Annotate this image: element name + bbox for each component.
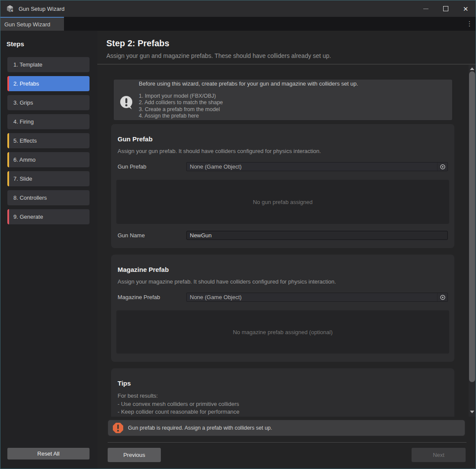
scroll-down-button[interactable]	[469, 409, 476, 415]
magazine-preview-placeholder: No magazine prefab assigned (optional)	[233, 329, 333, 335]
reset-all-button[interactable]: Reset All	[7, 448, 89, 459]
info-step: 2. Add colliders to match the shape	[139, 99, 447, 106]
sidebar-item-controllers[interactable]: 8. Controllers	[7, 190, 89, 205]
info-step: 3. Create a prefab from the model	[139, 106, 447, 113]
scroll-area: Before using this wizard, create prefabs…	[97, 65, 468, 417]
object-field-value: None (Game Object)	[190, 163, 437, 170]
gun-prefab-preview: No gun prefab assigned	[116, 180, 449, 224]
gun-prefab-field-label: Gun Prefab	[118, 163, 186, 170]
tips-card: Tips For best results: - Use convex mesh…	[111, 368, 454, 417]
tab-label: Gun Setup Wizard	[4, 21, 50, 28]
step-label: 5. Effects	[13, 137, 37, 144]
gun-prefab-card: Gun Prefab Assign your gun prefab. It sh…	[111, 124, 454, 248]
footer-divider	[108, 442, 466, 443]
minimize-button[interactable]	[416, 0, 436, 17]
gun-prefab-field-row: Gun Prefab None (Game Object)	[118, 162, 448, 171]
tip-line: - Use convex mesh colliders or primitive…	[118, 400, 448, 408]
main-content: Step 2: Prefabs Assign your gun and maga…	[97, 31, 476, 469]
gun-card-title: Gun Prefab	[118, 135, 448, 143]
magazine-prefab-card: Magazine Prefab Assign your magazine pre…	[111, 255, 454, 362]
validation-warning-bar: Gun prefab is required. Assign a prefab …	[108, 420, 465, 436]
close-button[interactable]: ✕	[456, 0, 476, 17]
step-label: 6. Ammo	[13, 156, 35, 163]
sidebar-item-template[interactable]: 1. Template	[7, 57, 89, 72]
magazine-card-description: Assign your magazine prefab. It should h…	[118, 278, 448, 285]
info-intro: Before using this wizard, create prefabs…	[139, 80, 447, 87]
window-controls: ✕	[416, 0, 476, 17]
tip-line: - Keep collider count reasonable for per…	[118, 408, 448, 416]
arrow-down-icon	[470, 411, 474, 413]
gun-prefab-object-field[interactable]: None (Game Object)	[186, 162, 448, 171]
tip-line: For best results:	[118, 392, 448, 400]
steps-sidebar: Steps 1. Template 2. Prefabs 3. Grips 4.…	[0, 31, 97, 469]
gun-name-label: Gun Name	[118, 232, 186, 239]
minimize-icon	[423, 9, 428, 9]
step-header: Step 2: Prefabs Assign your gun and maga…	[97, 31, 476, 64]
sidebar-item-slide[interactable]: 7. Slide	[7, 171, 89, 186]
close-icon: ✕	[463, 6, 469, 12]
tab-bar: Gun Setup Wizard ⋮	[0, 17, 476, 31]
arrow-up-icon	[470, 67, 474, 70]
previous-button[interactable]: Previous	[108, 448, 161, 462]
step-label: 1. Template	[13, 61, 42, 68]
window-titlebar: 6 Gun Setup Wizard ✕	[0, 0, 476, 17]
magazine-prefab-preview: No magazine prefab assigned (optional)	[116, 310, 449, 354]
gun-preview-placeholder: No gun prefab assigned	[253, 199, 313, 205]
gun-name-input[interactable]	[186, 231, 448, 240]
warning-octagon-icon	[112, 422, 124, 434]
scrollbar-thumb[interactable]	[469, 71, 475, 382]
info-step: 4. Assign the prefab here	[139, 113, 447, 120]
tip-line: - Ensure the gun's forward direction (Z+…	[118, 416, 448, 417]
sidebar-item-prefabs[interactable]: 2. Prefabs	[7, 76, 89, 91]
object-picker-button[interactable]	[437, 293, 447, 301]
step-label: 4. Firing	[13, 118, 34, 125]
svg-text:6: 6	[11, 9, 13, 13]
warning-message: Gun prefab is required. Assign a prefab …	[128, 425, 272, 431]
object-picker-button[interactable]	[437, 163, 447, 171]
sidebar-item-effects[interactable]: 5. Effects	[7, 133, 89, 148]
scroll-up-button[interactable]	[469, 66, 476, 72]
window-title: Gun Setup Wizard	[19, 6, 64, 12]
magazine-prefab-field-row: Magazine Prefab None (Game Object)	[118, 293, 448, 302]
info-text: Before using this wizard, create prefabs…	[139, 80, 447, 120]
sidebar-item-grips[interactable]: 3. Grips	[7, 95, 89, 110]
step-label: 2. Prefabs	[13, 80, 39, 87]
object-picker-icon	[440, 294, 446, 300]
maximize-icon	[443, 6, 448, 11]
next-button[interactable]: Next	[412, 448, 466, 462]
step-label: 8. Controllers	[13, 195, 47, 201]
magazine-card-title: Magazine Prefab	[118, 266, 448, 273]
step-label: 7. Slide	[13, 175, 32, 182]
page-subtitle: Assign your gun and magazine prefabs. Th…	[106, 52, 476, 59]
info-bubble-icon	[119, 95, 134, 111]
gun-card-description: Assign your gun prefab. It should have c…	[118, 148, 448, 154]
object-picker-icon	[440, 164, 446, 170]
step-label: 3. Grips	[13, 99, 33, 106]
step-label: 9. Generate	[13, 214, 43, 220]
page-title: Step 2: Prefabs	[106, 38, 476, 48]
info-step: 1. Import your model (FBX/OBJ)	[139, 93, 447, 100]
magazine-prefab-field-label: Magazine Prefab	[118, 294, 186, 300]
vertical-scrollbar[interactable]	[469, 65, 476, 417]
kebab-menu-icon[interactable]: ⋮	[463, 17, 476, 31]
sidebar-item-firing[interactable]: 4. Firing	[7, 114, 89, 129]
gun-name-field-row: Gun Name	[118, 231, 448, 240]
tips-title: Tips	[118, 380, 448, 387]
sidebar-heading: Steps	[6, 40, 97, 48]
tab-gun-setup-wizard[interactable]: Gun Setup Wizard	[0, 17, 64, 31]
info-box: Before using this wizard, create prefabs…	[113, 79, 453, 121]
sidebar-item-generate[interactable]: 9. Generate	[7, 209, 89, 224]
sidebar-item-ammo[interactable]: 6. Ammo	[7, 152, 89, 167]
magazine-prefab-object-field[interactable]: None (Game Object)	[186, 293, 448, 302]
tips-lines: For best results: - Use convex mesh coll…	[118, 392, 448, 417]
object-field-value: None (Game Object)	[190, 294, 437, 300]
maximize-button[interactable]	[436, 0, 456, 17]
unity-cube-icon: 6	[6, 4, 14, 13]
